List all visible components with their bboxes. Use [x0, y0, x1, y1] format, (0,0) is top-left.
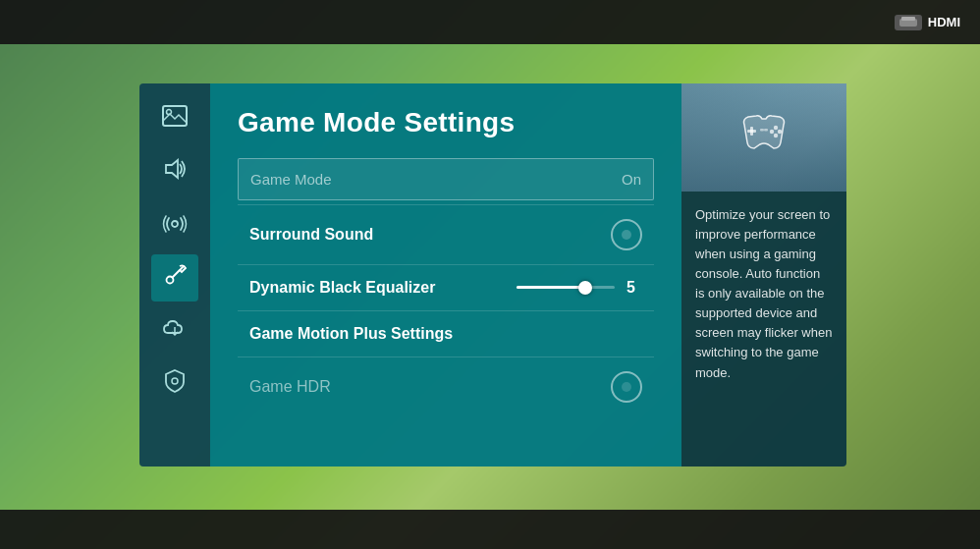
game-hdr-label: Game HDR [249, 378, 331, 396]
svg-point-13 [778, 129, 782, 133]
slider-container: 5 [517, 279, 642, 297]
info-description: Optimize your screen to improve performa… [681, 192, 846, 397]
game-mode-row[interactable]: Game Mode On [238, 158, 654, 200]
sidebar-item-cloud[interactable] [151, 307, 198, 355]
svg-marker-4 [166, 160, 178, 178]
sidebar-item-picture[interactable] [151, 95, 198, 142]
sound-icon [162, 158, 188, 186]
svg-point-11 [774, 125, 778, 129]
svg-rect-10 [747, 130, 756, 133]
controller-icon [735, 111, 793, 164]
game-mode-label: Game Mode [250, 171, 332, 188]
tools-icon [162, 262, 188, 294]
surround-sound-row[interactable]: Surround Sound [238, 204, 654, 264]
tv-frame: HDMI [0, 0, 980, 549]
toggle-inner-hdr [622, 382, 631, 392]
slider-thumb[interactable] [578, 281, 592, 295]
slider-fill [517, 286, 585, 289]
game-mode-value: On [622, 171, 641, 188]
picture-icon [162, 105, 188, 133]
game-motion-plus-row[interactable]: Game Motion Plus Settings [238, 310, 654, 357]
dynamic-black-eq-row[interactable]: Dynamic Black Equalizer 5 [238, 264, 654, 310]
svg-point-8 [172, 378, 178, 384]
svg-point-12 [770, 129, 774, 133]
game-motion-plus-label: Game Motion Plus Settings [249, 325, 453, 343]
slider-track[interactable] [517, 286, 615, 289]
sidebar-item-sound[interactable] [151, 148, 198, 195]
info-thumbnail [681, 83, 846, 192]
content-area: Game Mode Settings Game Mode On Surround… [210, 83, 681, 467]
sidebar-item-broadcast[interactable] [151, 201, 198, 248]
svg-rect-15 [760, 129, 764, 132]
info-panel: Optimize your screen to improve performa… [681, 83, 846, 467]
surround-sound-toggle[interactable] [611, 219, 642, 250]
svg-rect-16 [764, 129, 768, 132]
bottom-bar [0, 510, 980, 549]
svg-point-14 [774, 133, 778, 137]
hdmi-icon [895, 15, 922, 30]
game-hdr-row[interactable]: Game HDR [238, 357, 654, 416]
svg-rect-2 [163, 106, 187, 126]
svg-point-5 [172, 221, 178, 227]
svg-point-6 [167, 276, 174, 283]
dynamic-black-eq-label: Dynamic Black Equalizer [249, 279, 435, 297]
cloud-icon [162, 317, 188, 345]
top-bar: HDMI [0, 0, 980, 44]
shield-icon [164, 368, 186, 400]
menu-container: Game Mode Settings Game Mode On Surround… [139, 83, 846, 467]
sidebar [139, 83, 210, 467]
svg-rect-1 [901, 17, 915, 21]
broadcast-icon [162, 211, 188, 239]
game-hdr-toggle[interactable] [611, 371, 642, 403]
sidebar-item-tools[interactable] [151, 254, 198, 302]
hdmi-label: HDMI [928, 15, 960, 29]
page-title: Game Mode Settings [238, 107, 654, 138]
surround-sound-label: Surround Sound [249, 226, 373, 244]
slider-value: 5 [626, 279, 642, 297]
sidebar-item-shield[interactable] [151, 360, 198, 408]
toggle-inner [622, 230, 631, 240]
hdmi-badge: HDMI [895, 15, 960, 30]
